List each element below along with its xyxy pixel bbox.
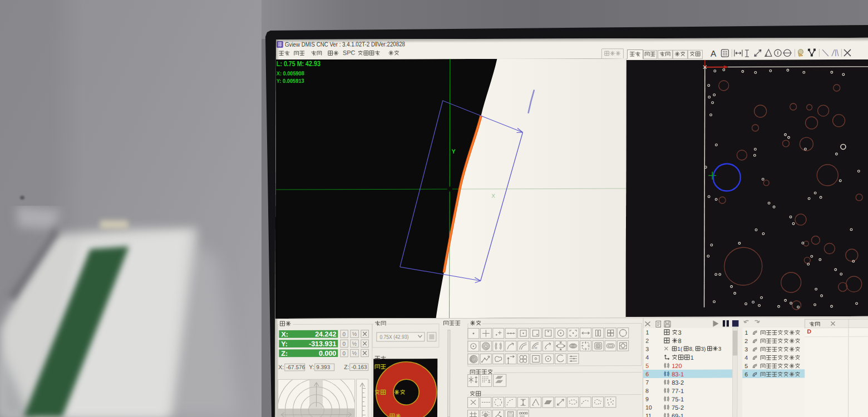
svg-text:1: 1 [691,354,694,361]
svg-text:9: 9 [645,395,649,402]
svg-text:7: 7 [645,379,649,385]
svg-text:0: 0 [343,331,346,337]
svg-text:Z:: Z: [344,364,349,370]
svg-text:10: 10 [645,404,652,410]
svg-text:8: 8 [678,337,681,344]
svg-text:6: 6 [744,371,748,378]
svg-text:L: 0.75 M: 42.93: L: 0.75 M: 42.93 [277,59,320,68]
svg-text:X: X [491,193,495,199]
svg-text:Y:: Y: [309,364,314,370]
svg-text:2: 2 [744,337,748,344]
svg-text:3: 3 [678,329,682,336]
svg-text:8,: 8, [689,346,693,352]
svg-text:D: D [807,328,811,335]
svg-text:1(: 1( [677,346,683,352]
svg-text:8: 8 [645,387,649,394]
svg-text:6: 6 [645,370,649,377]
svg-text:-0.163: -0.163 [351,364,367,370]
svg-text:X:: X: [281,330,288,338]
svg-text:3): 3) [701,346,706,352]
svg-text:1: 1 [744,329,748,336]
svg-text:83-1: 83-1 [672,371,684,378]
svg-text:9.393: 9.393 [316,364,330,370]
svg-text:2: 2 [645,337,649,344]
svg-text:X:: X: [278,364,284,370]
svg-text:½: ½ [352,350,357,356]
svg-text:A: A [711,49,717,58]
svg-text:4: 4 [744,354,748,361]
svg-text:120: 120 [672,363,682,369]
svg-text:75-2: 75-2 [672,404,684,411]
svg-text:4: 4 [645,354,649,360]
svg-text:SPC: SPC [343,49,356,56]
svg-text:Y: 0.005913: Y: 0.005913 [277,78,304,84]
svg-text:-313.931: -313.931 [309,340,336,348]
svg-text:3: 3 [718,346,722,352]
svg-text:75-1: 75-1 [672,396,684,403]
svg-text:83-2: 83-2 [672,379,684,386]
svg-text:½: ½ [352,331,357,337]
svg-text:Y: Y [451,148,456,155]
svg-text:77-1: 77-1 [672,388,684,394]
svg-text:0: 0 [343,350,346,356]
svg-text:3: 3 [645,345,649,352]
svg-text:24.242: 24.242 [315,330,336,338]
svg-text:5: 5 [645,362,649,369]
svg-text:X: 0.005908: X: 0.005908 [277,70,304,76]
svg-text:69-1: 69-1 [672,413,684,417]
svg-text:-67.576: -67.576 [286,364,305,370]
svg-text:Y:: Y: [281,340,288,348]
svg-text:½: ½ [352,340,357,346]
svg-text:0: 0 [343,341,346,347]
svg-text:5: 5 [744,363,748,369]
svg-text:3: 3 [744,346,748,353]
svg-text:0.000: 0.000 [319,350,336,358]
svg-text:0.75X (42.93): 0.75X (42.93) [379,334,408,340]
svg-text:Z:: Z: [281,350,288,358]
svg-text:11: 11 [645,412,652,417]
svg-text:1: 1 [645,329,649,335]
